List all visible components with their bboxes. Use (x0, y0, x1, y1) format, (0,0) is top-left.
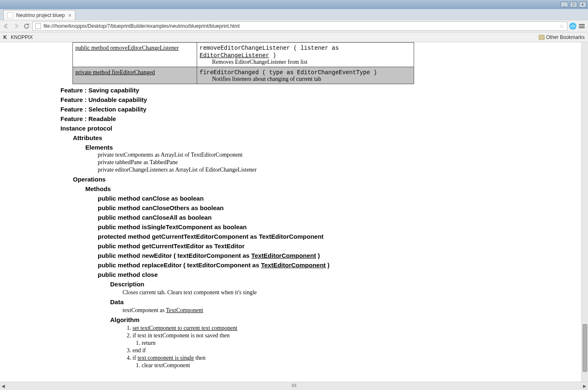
browser-tab[interactable]: Neutrino project bluep × (3, 10, 75, 20)
url-bar[interactable]: ☆ (32, 22, 567, 31)
scrollbar-thumb[interactable] (583, 324, 587, 372)
description-text: Closes current tab. Clears text componen… (123, 289, 584, 296)
feature-heading: Feature : Readable (60, 115, 584, 122)
method-item: public method newEditor ( textEditorComp… (98, 252, 584, 259)
method-item: public method isSingleTextComponent as b… (98, 223, 584, 230)
maximize-button[interactable]: □ (570, 2, 577, 7)
resize-grip-icon (288, 383, 300, 388)
algorithm-list: set textComponent to current text compon… (133, 325, 584, 369)
algo-substep: clear textComponent (142, 362, 584, 369)
method-item: public method replaceEditor ( textEditor… (98, 262, 584, 269)
methods-table: public method removeEditorChangeListener… (72, 42, 414, 84)
tab-close-icon[interactable]: × (68, 12, 71, 19)
method-link[interactable]: public method removeEditorChangeListener (75, 45, 179, 51)
file-icon (35, 23, 41, 29)
type-link[interactable]: TextComponent (166, 307, 203, 313)
method-item: public method close (98, 271, 584, 278)
method-item: public method getCurrentTextEditor as Te… (98, 242, 584, 250)
method-signature: removeEditorChangeListener ( listener as… (200, 45, 339, 59)
attributes-heading: Attributes (73, 134, 584, 141)
element-item: private textComponents as ArrayList of T… (98, 152, 584, 158)
type-link[interactable]: TextEditorComponent (251, 252, 316, 259)
element-item: private editorChangeListeners as ArrayLi… (98, 167, 584, 173)
methods-heading: Methods (85, 185, 584, 192)
type-link[interactable]: TextEditorComponent (261, 262, 325, 269)
method-signature: fireEditorChanged ( type as EditorChange… (200, 69, 377, 76)
feature-heading: Feature : Saving capability (60, 87, 584, 94)
tab-title: Neutrino project bluep (16, 12, 65, 18)
folder-icon (539, 35, 545, 40)
other-bookmarks-label: Other Bookmarks (546, 34, 585, 40)
method-description: Notifies listeners about changing of cur… (200, 76, 411, 82)
horizontal-scrollbar[interactable]: ◀ ▶ (0, 382, 588, 390)
instance-protocol-heading: Instance protocol (60, 125, 584, 132)
reload-icon (23, 23, 30, 29)
tab-strip: Neutrino project bluep × (0, 9, 588, 20)
table-row: public method removeEditorChangeListener… (73, 43, 414, 67)
algo-step: end if (133, 347, 584, 354)
data-heading: Data (110, 298, 584, 305)
forward-icon (14, 23, 19, 29)
method-item: protected method getCurrentTextEditorCom… (98, 233, 584, 240)
algo-link[interactable]: set textComponent to current text compon… (133, 325, 237, 331)
scroll-right-icon[interactable]: ▶ (581, 383, 588, 390)
method-link[interactable]: private method fireEditorChanged (75, 69, 155, 75)
favicon-icon (7, 12, 13, 18)
reload-button[interactable] (22, 22, 31, 30)
other-bookmarks[interactable]: Other Bookmarks (539, 34, 585, 40)
back-button[interactable] (2, 22, 11, 30)
globe-icon[interactable]: 🌐 (569, 22, 576, 30)
back-icon (3, 23, 10, 29)
forward-button[interactable] (12, 22, 21, 30)
bookmark-knoppix[interactable]: K KNOPPIX (3, 34, 33, 40)
method-description: Removes EditorChangeListener from list (200, 59, 411, 65)
method-item: public method canCloseAll as boolean (98, 214, 584, 221)
table-row: private method fireEditorChanged fireEdi… (73, 67, 414, 84)
scroll-track[interactable] (7, 383, 581, 389)
description-heading: Description (110, 281, 584, 288)
algo-step: if text component is single then (133, 355, 584, 361)
method-item: public method canCloseOthers as boolean (98, 204, 584, 211)
data-text: textComponent as TextComponent (123, 307, 584, 314)
algo-substep: return (142, 340, 584, 346)
bookmarks-bar: K KNOPPIX Other Bookmarks (0, 32, 588, 42)
knoppix-icon: K (3, 34, 9, 40)
hamburger-menu-icon[interactable] (578, 23, 586, 29)
algo-step: set textComponent to current text compon… (133, 325, 584, 332)
operations-heading: Operations (73, 176, 584, 183)
feature-heading: Feature : Undoable capability (60, 96, 584, 103)
element-item: private tabbedPane as TabbedPane (98, 159, 584, 166)
method-item: public method canClose as boolean (98, 195, 584, 202)
close-window-button[interactable]: × (579, 2, 586, 7)
bookmark-star-icon[interactable]: ☆ (559, 23, 564, 29)
url-input[interactable] (43, 23, 557, 29)
algo-link[interactable]: text component is single (137, 355, 194, 361)
bookmark-label: KNOPPIX (11, 34, 33, 40)
minimize-button[interactable]: _ (561, 2, 568, 7)
elements-heading: Elements (85, 144, 584, 151)
content-viewport[interactable]: public method removeEditorChangeListener… (0, 42, 588, 382)
algorithm-heading: Algorithm (110, 316, 584, 323)
vertical-scrollbar[interactable] (581, 42, 588, 382)
browser-toolbar: ☆ 🌐 (0, 20, 588, 32)
type-link[interactable]: EditorChangeListener (200, 52, 269, 59)
scroll-left-icon[interactable]: ◀ (0, 383, 7, 390)
algo-step: if text in textComponent is not saved th… (133, 332, 584, 339)
window-titlebar: _ □ × (0, 0, 588, 9)
document-content: public method removeEditorChangeListener… (0, 42, 588, 378)
feature-heading: Feature : Selection capability (60, 106, 584, 113)
